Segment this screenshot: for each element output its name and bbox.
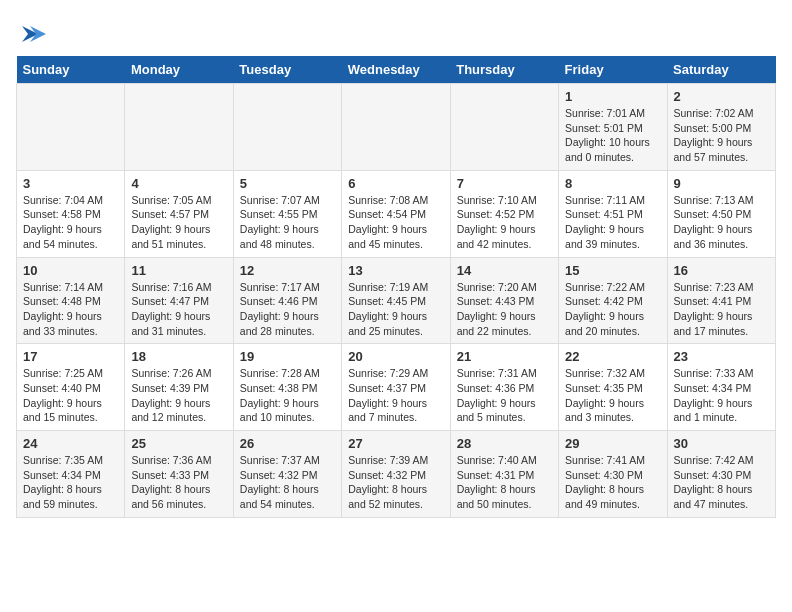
day-number: 24 xyxy=(23,436,118,451)
calendar-cell: 4Sunrise: 7:05 AM Sunset: 4:57 PM Daylig… xyxy=(125,170,233,257)
day-info: Sunrise: 7:32 AM Sunset: 4:35 PM Dayligh… xyxy=(565,366,660,425)
day-info: Sunrise: 7:02 AM Sunset: 5:00 PM Dayligh… xyxy=(674,106,769,165)
day-info: Sunrise: 7:07 AM Sunset: 4:55 PM Dayligh… xyxy=(240,193,335,252)
calendar-cell xyxy=(125,84,233,171)
weekday-header-monday: Monday xyxy=(125,56,233,84)
day-info: Sunrise: 7:13 AM Sunset: 4:50 PM Dayligh… xyxy=(674,193,769,252)
day-info: Sunrise: 7:28 AM Sunset: 4:38 PM Dayligh… xyxy=(240,366,335,425)
weekday-header-thursday: Thursday xyxy=(450,56,558,84)
weekday-header-sunday: Sunday xyxy=(17,56,125,84)
calendar-cell: 2Sunrise: 7:02 AM Sunset: 5:00 PM Daylig… xyxy=(667,84,775,171)
calendar-week-1: 1Sunrise: 7:01 AM Sunset: 5:01 PM Daylig… xyxy=(17,84,776,171)
day-info: Sunrise: 7:41 AM Sunset: 4:30 PM Dayligh… xyxy=(565,453,660,512)
calendar-cell: 24Sunrise: 7:35 AM Sunset: 4:34 PM Dayli… xyxy=(17,431,125,518)
calendar-cell: 21Sunrise: 7:31 AM Sunset: 4:36 PM Dayli… xyxy=(450,344,558,431)
day-info: Sunrise: 7:37 AM Sunset: 4:32 PM Dayligh… xyxy=(240,453,335,512)
calendar-cell: 23Sunrise: 7:33 AM Sunset: 4:34 PM Dayli… xyxy=(667,344,775,431)
calendar-cell: 14Sunrise: 7:20 AM Sunset: 4:43 PM Dayli… xyxy=(450,257,558,344)
day-number: 12 xyxy=(240,263,335,278)
calendar-cell: 13Sunrise: 7:19 AM Sunset: 4:45 PM Dayli… xyxy=(342,257,450,344)
day-number: 7 xyxy=(457,176,552,191)
weekday-header-friday: Friday xyxy=(559,56,667,84)
calendar-week-2: 3Sunrise: 7:04 AM Sunset: 4:58 PM Daylig… xyxy=(17,170,776,257)
calendar-week-5: 24Sunrise: 7:35 AM Sunset: 4:34 PM Dayli… xyxy=(17,431,776,518)
calendar-cell: 8Sunrise: 7:11 AM Sunset: 4:51 PM Daylig… xyxy=(559,170,667,257)
calendar-cell: 16Sunrise: 7:23 AM Sunset: 4:41 PM Dayli… xyxy=(667,257,775,344)
day-info: Sunrise: 7:22 AM Sunset: 4:42 PM Dayligh… xyxy=(565,280,660,339)
day-number: 18 xyxy=(131,349,226,364)
calendar-cell: 15Sunrise: 7:22 AM Sunset: 4:42 PM Dayli… xyxy=(559,257,667,344)
day-info: Sunrise: 7:11 AM Sunset: 4:51 PM Dayligh… xyxy=(565,193,660,252)
day-info: Sunrise: 7:42 AM Sunset: 4:30 PM Dayligh… xyxy=(674,453,769,512)
day-info: Sunrise: 7:17 AM Sunset: 4:46 PM Dayligh… xyxy=(240,280,335,339)
calendar-cell: 25Sunrise: 7:36 AM Sunset: 4:33 PM Dayli… xyxy=(125,431,233,518)
day-info: Sunrise: 7:08 AM Sunset: 4:54 PM Dayligh… xyxy=(348,193,443,252)
calendar-cell: 18Sunrise: 7:26 AM Sunset: 4:39 PM Dayli… xyxy=(125,344,233,431)
day-info: Sunrise: 7:04 AM Sunset: 4:58 PM Dayligh… xyxy=(23,193,118,252)
calendar-cell: 5Sunrise: 7:07 AM Sunset: 4:55 PM Daylig… xyxy=(233,170,341,257)
calendar-cell xyxy=(233,84,341,171)
day-number: 30 xyxy=(674,436,769,451)
calendar-cell: 7Sunrise: 7:10 AM Sunset: 4:52 PM Daylig… xyxy=(450,170,558,257)
day-info: Sunrise: 7:26 AM Sunset: 4:39 PM Dayligh… xyxy=(131,366,226,425)
calendar-header: SundayMondayTuesdayWednesdayThursdayFrid… xyxy=(17,56,776,84)
calendar-cell: 20Sunrise: 7:29 AM Sunset: 4:37 PM Dayli… xyxy=(342,344,450,431)
day-info: Sunrise: 7:05 AM Sunset: 4:57 PM Dayligh… xyxy=(131,193,226,252)
day-number: 19 xyxy=(240,349,335,364)
day-info: Sunrise: 7:33 AM Sunset: 4:34 PM Dayligh… xyxy=(674,366,769,425)
calendar-cell: 17Sunrise: 7:25 AM Sunset: 4:40 PM Dayli… xyxy=(17,344,125,431)
weekday-header-tuesday: Tuesday xyxy=(233,56,341,84)
day-info: Sunrise: 7:20 AM Sunset: 4:43 PM Dayligh… xyxy=(457,280,552,339)
day-number: 15 xyxy=(565,263,660,278)
logo-icon xyxy=(18,20,46,48)
calendar-cell: 12Sunrise: 7:17 AM Sunset: 4:46 PM Dayli… xyxy=(233,257,341,344)
calendar-cell: 22Sunrise: 7:32 AM Sunset: 4:35 PM Dayli… xyxy=(559,344,667,431)
day-number: 27 xyxy=(348,436,443,451)
calendar-cell: 3Sunrise: 7:04 AM Sunset: 4:58 PM Daylig… xyxy=(17,170,125,257)
day-number: 23 xyxy=(674,349,769,364)
day-number: 2 xyxy=(674,89,769,104)
calendar-cell: 19Sunrise: 7:28 AM Sunset: 4:38 PM Dayli… xyxy=(233,344,341,431)
calendar-cell: 9Sunrise: 7:13 AM Sunset: 4:50 PM Daylig… xyxy=(667,170,775,257)
logo xyxy=(16,20,46,48)
weekday-header-row: SundayMondayTuesdayWednesdayThursdayFrid… xyxy=(17,56,776,84)
calendar-cell: 6Sunrise: 7:08 AM Sunset: 4:54 PM Daylig… xyxy=(342,170,450,257)
calendar-cell xyxy=(450,84,558,171)
calendar-cell: 10Sunrise: 7:14 AM Sunset: 4:48 PM Dayli… xyxy=(17,257,125,344)
day-info: Sunrise: 7:29 AM Sunset: 4:37 PM Dayligh… xyxy=(348,366,443,425)
day-info: Sunrise: 7:10 AM Sunset: 4:52 PM Dayligh… xyxy=(457,193,552,252)
calendar-cell xyxy=(342,84,450,171)
calendar-cell: 28Sunrise: 7:40 AM Sunset: 4:31 PM Dayli… xyxy=(450,431,558,518)
day-info: Sunrise: 7:25 AM Sunset: 4:40 PM Dayligh… xyxy=(23,366,118,425)
weekday-header-wednesday: Wednesday xyxy=(342,56,450,84)
day-number: 21 xyxy=(457,349,552,364)
day-info: Sunrise: 7:40 AM Sunset: 4:31 PM Dayligh… xyxy=(457,453,552,512)
calendar-cell: 27Sunrise: 7:39 AM Sunset: 4:32 PM Dayli… xyxy=(342,431,450,518)
day-number: 11 xyxy=(131,263,226,278)
day-info: Sunrise: 7:19 AM Sunset: 4:45 PM Dayligh… xyxy=(348,280,443,339)
calendar-cell: 11Sunrise: 7:16 AM Sunset: 4:47 PM Dayli… xyxy=(125,257,233,344)
day-number: 9 xyxy=(674,176,769,191)
day-info: Sunrise: 7:36 AM Sunset: 4:33 PM Dayligh… xyxy=(131,453,226,512)
day-info: Sunrise: 7:01 AM Sunset: 5:01 PM Dayligh… xyxy=(565,106,660,165)
day-number: 6 xyxy=(348,176,443,191)
calendar-cell: 1Sunrise: 7:01 AM Sunset: 5:01 PM Daylig… xyxy=(559,84,667,171)
day-number: 25 xyxy=(131,436,226,451)
day-info: Sunrise: 7:39 AM Sunset: 4:32 PM Dayligh… xyxy=(348,453,443,512)
day-number: 10 xyxy=(23,263,118,278)
calendar-week-4: 17Sunrise: 7:25 AM Sunset: 4:40 PM Dayli… xyxy=(17,344,776,431)
day-info: Sunrise: 7:31 AM Sunset: 4:36 PM Dayligh… xyxy=(457,366,552,425)
calendar-cell: 26Sunrise: 7:37 AM Sunset: 4:32 PM Dayli… xyxy=(233,431,341,518)
calendar-cell xyxy=(17,84,125,171)
day-number: 5 xyxy=(240,176,335,191)
weekday-header-saturday: Saturday xyxy=(667,56,775,84)
day-info: Sunrise: 7:14 AM Sunset: 4:48 PM Dayligh… xyxy=(23,280,118,339)
day-number: 29 xyxy=(565,436,660,451)
calendar-table: SundayMondayTuesdayWednesdayThursdayFrid… xyxy=(16,56,776,518)
day-number: 16 xyxy=(674,263,769,278)
calendar-week-3: 10Sunrise: 7:14 AM Sunset: 4:48 PM Dayli… xyxy=(17,257,776,344)
day-number: 28 xyxy=(457,436,552,451)
day-number: 8 xyxy=(565,176,660,191)
day-number: 3 xyxy=(23,176,118,191)
calendar-cell: 30Sunrise: 7:42 AM Sunset: 4:30 PM Dayli… xyxy=(667,431,775,518)
